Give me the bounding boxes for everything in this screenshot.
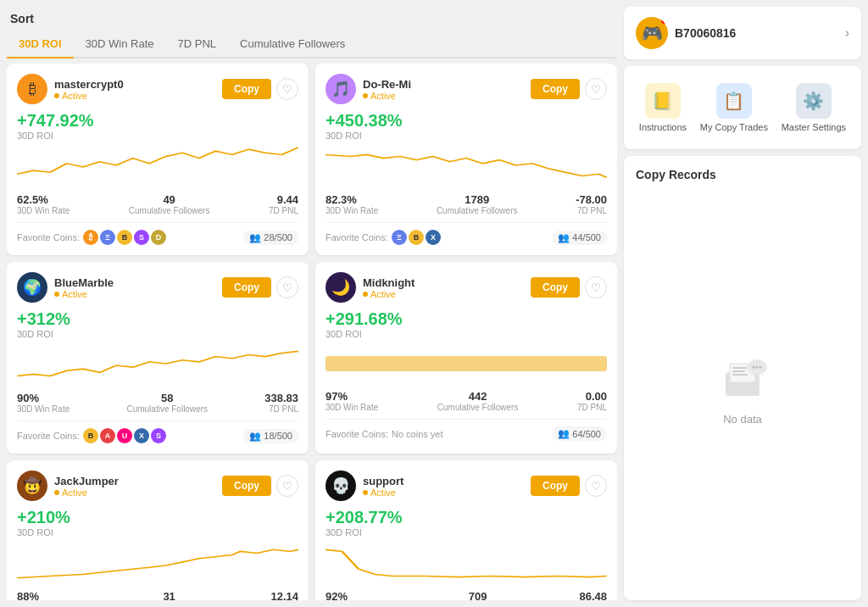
favorites-row: Favorite Coins: ΞBX 👥 44/500: [326, 230, 607, 245]
copy-button[interactable]: Copy: [531, 476, 580, 496]
cards-grid: ₿ mastercrypt0 Active Copy ♡ +747.92% 30…: [7, 64, 617, 600]
coin-icons: BAUXS: [83, 428, 166, 443]
copy-button[interactable]: Copy: [531, 79, 580, 99]
profile-avatar-emoji: 🎮: [642, 23, 663, 43]
trader-name: mastercrypt0: [54, 78, 124, 91]
active-dot: [363, 490, 368, 495]
card-header-left: ₿ mastercrypt0 Active: [17, 74, 124, 104]
copy-button[interactable]: Copy: [222, 79, 271, 99]
active-badge: Active: [54, 289, 114, 299]
card-actions: Copy ♡: [531, 475, 607, 497]
win-rate-stat: 62.5% 30D Win Rate: [17, 193, 70, 215]
roi-label: 30D ROI: [17, 527, 298, 537]
no-data-text: No data: [723, 413, 762, 426]
followers-stat: 31 Cumulative Followers: [129, 590, 210, 600]
instructions-button[interactable]: 📒 Instructions: [639, 83, 687, 132]
pnl-stat: 0.00 7D PNL: [577, 390, 607, 412]
copy-records-title: Copy Records: [636, 168, 849, 181]
master-settings-button[interactable]: ⚙️ Master Settings: [782, 83, 846, 132]
followers-badge: 👥 28/500: [243, 231, 298, 245]
copy-button[interactable]: Copy: [222, 277, 271, 298]
roi-value: +747.92%: [17, 111, 298, 131]
tab-7d-pnl[interactable]: 7D PNL: [166, 31, 229, 57]
tab-30d-win-rate[interactable]: 30D Win Rate: [74, 31, 166, 57]
card-actions: Copy ♡: [222, 475, 298, 497]
no-data-svg: [713, 355, 772, 406]
settings-label: Master Settings: [782, 122, 846, 132]
followers-value: 709: [437, 590, 519, 600]
divider: [17, 222, 298, 223]
trader-info: Do-Re-Mi Active: [363, 78, 411, 101]
followers-badge: 👥 44/500: [552, 231, 607, 245]
roi-value: +450.38%: [326, 111, 607, 131]
followers-value: 49: [129, 193, 210, 206]
favorites-coins: Favorite Coins: ₿ΞBSD: [17, 230, 166, 245]
followers-icon: 👥: [249, 431, 261, 442]
stats-row: 62.5% 30D Win Rate 49 Cumulative Followe…: [17, 193, 298, 215]
favorites-row: Favorite Coins: BAUXS 👥 18/500: [17, 428, 298, 443]
trader-info: Midknight Active: [363, 276, 415, 299]
trader-name: Midknight: [363, 276, 415, 289]
stats-row: 90% 30D Win Rate 58 Cumulative Followers…: [17, 392, 298, 414]
instructions-icon: 📒: [645, 83, 681, 119]
trader-name: support: [363, 475, 403, 487]
avatar: 🌍: [17, 272, 47, 303]
my-copy-trades-button[interactable]: 📋 My Copy Trades: [700, 83, 768, 132]
roi-value: +208.77%: [326, 508, 607, 527]
tab-30d-roi[interactable]: 30D ROI: [7, 31, 74, 57]
chevron-right-icon[interactable]: ›: [845, 25, 849, 41]
tab-cumulative-followers[interactable]: Cumulative Followers: [228, 31, 357, 57]
stats-row: 92% 30D Win Rate 709 Cumulative Follower…: [326, 590, 607, 600]
pnl-stat: 338.83 7D PNL: [264, 392, 298, 414]
trader-name: Do-Re-Mi: [363, 78, 411, 91]
active-badge: Active: [54, 91, 124, 101]
win-rate-value: 92%: [326, 590, 378, 600]
followers-value: 1789: [437, 193, 518, 206]
trader-name: BlueMarble: [54, 276, 114, 289]
svg-rect-2: [732, 367, 749, 369]
roi-label: 30D ROI: [17, 131, 298, 141]
win-rate-label: 30D Win Rate: [17, 404, 70, 414]
card-header-left: 💀 support Active: [326, 471, 403, 501]
copy-button[interactable]: Copy: [531, 277, 580, 298]
followers-stat: 1789 Cumulative Followers: [437, 193, 518, 215]
roi-value: +291.68%: [326, 309, 607, 329]
pnl-value: 9.44: [269, 193, 298, 206]
favorites-label: Favorite Coins:: [326, 429, 388, 439]
favorite-button[interactable]: ♡: [276, 276, 298, 298]
favorite-button[interactable]: ♡: [585, 276, 607, 298]
svg-rect-4: [732, 374, 748, 376]
favorite-button[interactable]: ♡: [585, 475, 607, 497]
copy-trades-label: My Copy Trades: [700, 122, 768, 132]
divider: [326, 419, 607, 420]
followers-stat: 58 Cumulative Followers: [126, 392, 208, 414]
followers-icon: 👥: [249, 232, 261, 243]
favorites-label: Favorite Coins:: [326, 232, 388, 242]
pnl-value: 86.48: [577, 590, 607, 600]
followers-stat: 442 Cumulative Followers: [437, 390, 519, 412]
divider: [326, 222, 607, 223]
active-dot: [54, 490, 59, 495]
followers-label: Cumulative Followers: [437, 206, 518, 215]
favorite-button[interactable]: ♡: [276, 78, 298, 100]
svg-point-9: [760, 365, 762, 368]
win-rate-stat: 97% 30D Win Rate: [326, 390, 378, 412]
pnl-label: 7D PNL: [264, 404, 298, 414]
active-dot: [54, 93, 59, 98]
main-layout: Sort 30D ROI 30D Win Rate 7D PNL Cumulat…: [0, 0, 868, 607]
followers-count: 64/500: [572, 429, 601, 439]
card-actions: Copy ♡: [222, 78, 298, 100]
pnl-stat: 9.44 7D PNL: [269, 193, 298, 215]
favorite-button[interactable]: ♡: [585, 78, 607, 100]
copy-button[interactable]: Copy: [222, 476, 271, 496]
followers-badge: 👥 64/500: [552, 426, 607, 441]
divider: [17, 420, 298, 421]
avatar: ₿: [17, 74, 47, 104]
copy-trades-icon: 📋: [716, 83, 752, 119]
win-rate-label: 30D Win Rate: [326, 206, 378, 215]
trader-info: mastercrypt0 Active: [54, 78, 124, 101]
favorite-button[interactable]: ♡: [276, 475, 298, 497]
left-panel: Sort 30D ROI 30D Win Rate 7D PNL Cumulat…: [7, 7, 617, 600]
right-panel: 🎮 B70060816 › 📒 Instructions 📋 My: [624, 7, 861, 600]
icons-card: 📒 Instructions 📋 My Copy Trades ⚙️ Maste…: [624, 66, 861, 149]
